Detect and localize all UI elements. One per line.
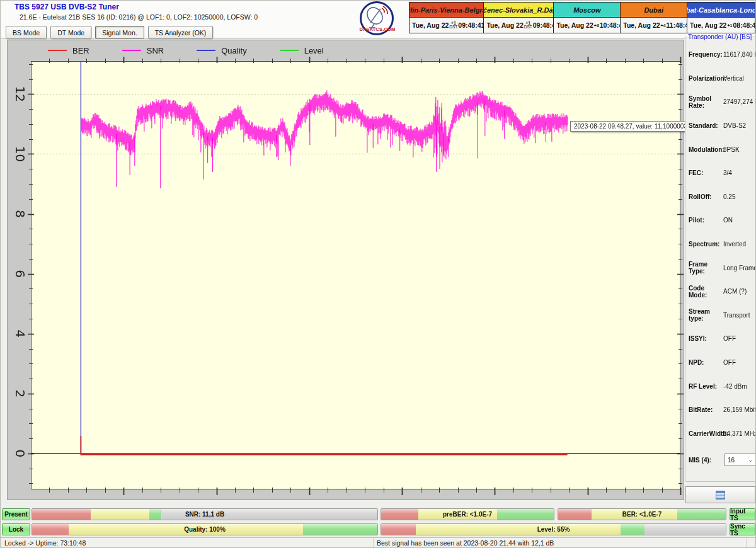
clock-time-4: Tue, Aug 22 +1 08:48:41 bbox=[687, 18, 755, 33]
signal-chart bbox=[8, 40, 684, 499]
clock-time-3: Tue, Aug 22 +4 11:48:41 bbox=[621, 18, 687, 33]
clock-date: Tue, Aug 22 bbox=[690, 21, 726, 29]
row-stream-type: Stream type:Transport bbox=[685, 304, 756, 328]
lock-indicator: Lock bbox=[2, 523, 30, 535]
transponder-panel: Transponder (AU) [BS] Frequency:11617,84… bbox=[685, 33, 756, 482]
row-mis: MIS (4): 16 ⌄ bbox=[685, 450, 756, 469]
clock-lucenec: Lučenec-Slovakia_R.Dávid Tue, Aug 22 +1 … bbox=[484, 3, 554, 33]
world-clocks: Berlin-Paris-Vienna-Belgrade Tue, Aug 22… bbox=[409, 2, 755, 33]
quality-line-swatch bbox=[197, 50, 215, 51]
mis-select[interactable]: 16 ⌄ bbox=[724, 454, 756, 466]
transponder-panel-title: Transponder (AU) [BS] bbox=[687, 33, 753, 40]
input-ts-indicator: Input TS bbox=[730, 508, 755, 520]
row-spectrum: Spectrum:Inverted bbox=[685, 232, 756, 256]
tab-ts-analyzer[interactable]: TS Analyzer (OK) bbox=[148, 26, 214, 39]
row-rolloff: RollOff:0.25 bbox=[685, 185, 756, 209]
tab-signal-mon[interactable]: Signal Mon. bbox=[95, 26, 144, 39]
best-signal-text: Best signal has been seen at 2023-08-20 … bbox=[377, 539, 554, 547]
ber-line-swatch bbox=[48, 50, 67, 51]
clock-offset: +4 bbox=[661, 23, 666, 28]
row-pilot: Pilot:ON bbox=[685, 208, 756, 232]
row-rf-level: RF Level:-42 dBm bbox=[685, 374, 756, 398]
row-carrierwidth: CarrierWidth:34,371 MHz bbox=[685, 422, 756, 446]
clock-time-0: Tue, Aug 22 +1 DST 09:48:41 bbox=[410, 18, 483, 33]
level-bar: Level: 55% bbox=[381, 523, 726, 535]
list-icon bbox=[716, 491, 725, 499]
clock-name-1: Lučenec-Slovakia_R.Dávid bbox=[484, 3, 553, 18]
tab-bar: BS Mode DT Mode Signal Mon. TS Analyzer … bbox=[6, 26, 213, 38]
satellite-dish-icon bbox=[362, 5, 392, 29]
statusbar: Locked -> Uptime: 73:10:48 Best signal h… bbox=[1, 537, 756, 548]
status-bars: Present Lock Input TS Sync TS SNR: 11,1 … bbox=[1, 507, 756, 537]
row-code-mode: Code Mode:ACM (?) bbox=[685, 280, 756, 304]
logo-text: DXSATCS.COM bbox=[357, 26, 398, 32]
clock-dubai: Dubai Tue, Aug 22 +4 11:48:41 bbox=[621, 3, 687, 33]
clock-offset: +3 bbox=[594, 23, 599, 28]
clock-name-0: Berlin-Paris-Vienna-Belgrade bbox=[410, 3, 483, 18]
legend-item-ber: BER bbox=[48, 46, 89, 55]
clock-date: Tue, Aug 22 bbox=[412, 21, 449, 29]
mis-label: MIS (4): bbox=[685, 457, 723, 464]
clock-name-3: Dubai bbox=[621, 3, 687, 18]
sync-ts-indicator: Sync TS bbox=[730, 523, 755, 535]
app-window: TBS 5927 USB DVB-S2 Tuner 21.6E - Eutels… bbox=[0, 0, 756, 548]
row-frame-type: Frame Type:Long Frame bbox=[685, 256, 756, 280]
stream-list-button[interactable] bbox=[685, 486, 755, 503]
statusbar-divider bbox=[373, 539, 374, 548]
clock-time-1: Tue, Aug 22 +1 DST 09:48:41 bbox=[484, 18, 553, 33]
clock-rabat: Rabat-Casablanca-London Tue, Aug 22 +1 0… bbox=[687, 3, 755, 33]
row-npd: NPD:OFF bbox=[685, 351, 756, 375]
clock-hms: 09:48:41 bbox=[458, 21, 484, 29]
tuner-subtitle: 21.6E - Eutelsat 21B SES 16 (ID: 0216) @… bbox=[20, 13, 258, 21]
tab-dt-mode[interactable]: DT Mode bbox=[50, 26, 91, 39]
row-bitrate: BitRate:26,159 Mbit/s bbox=[685, 398, 756, 422]
clock-offset: +1 DST bbox=[449, 21, 457, 30]
clock-date: Tue, Aug 22 bbox=[486, 21, 523, 29]
row-modulation: Modulation:8PSK bbox=[685, 137, 756, 161]
row-fec: FEC:3/4 bbox=[685, 161, 756, 185]
clock-name-2: Moscow bbox=[554, 3, 620, 18]
clock-date: Tue, Aug 22 bbox=[623, 21, 660, 29]
row-polarization: Polarization:Vertical bbox=[685, 67, 756, 91]
quality-bar: Quality: 100% bbox=[32, 523, 378, 535]
row-symbol-rate: Symbol Rate:27497,274 KS/s bbox=[685, 90, 756, 114]
snr-bar: SNR: 11,1 dB bbox=[32, 508, 378, 520]
legend-item-quality: Quality bbox=[197, 46, 246, 55]
legend-item-snr: SNR bbox=[122, 46, 164, 55]
clock-date: Tue, Aug 22 bbox=[556, 21, 593, 29]
chart-legend: BER SNR Quality Level bbox=[48, 40, 324, 60]
preber-bar: preBER: <1.0E-7 bbox=[381, 508, 554, 520]
level-line-swatch bbox=[280, 50, 299, 51]
clock-name-4: Rabat-Casablanca-London bbox=[687, 3, 755, 18]
dxsatcs-logo: DXSATCS.COM bbox=[357, 1, 398, 38]
statusbar-divider bbox=[746, 539, 747, 548]
lock-status-text: Locked -> Uptime: 73:10:48 bbox=[4, 539, 86, 547]
legend-item-level: Level bbox=[280, 46, 324, 55]
tab-bs-mode[interactable]: BS Mode bbox=[6, 26, 47, 39]
ber-bar: BER: <1.0E-7 bbox=[558, 508, 726, 520]
present-indicator: Present bbox=[2, 508, 30, 520]
window-title: TBS 5927 USB DVB-S2 Tuner bbox=[14, 3, 119, 11]
row-frequency: Frequency:11617,840 MHz bbox=[685, 43, 756, 67]
header: TBS 5927 USB DVB-S2 Tuner 21.6E - Eutels… bbox=[1, 1, 756, 38]
transponder-rows: Frequency:11617,840 MHz Polarization:Ver… bbox=[685, 43, 756, 445]
clock-berlin: Berlin-Paris-Vienna-Belgrade Tue, Aug 22… bbox=[410, 3, 484, 33]
snr-line-swatch bbox=[122, 50, 141, 51]
row-issyi: ISSYI:OFF bbox=[685, 327, 756, 351]
signal-chart-panel: BER SNR Quality Level 2023-08-22 09.48.2… bbox=[7, 40, 684, 500]
clock-offset: +1 bbox=[727, 23, 732, 28]
chevron-down-icon: ⌄ bbox=[748, 457, 753, 463]
mis-value: 16 bbox=[728, 457, 735, 464]
clock-moscow: Moscow Tue, Aug 22 +3 10:48:41 bbox=[554, 3, 621, 33]
clock-offset: +1 DST bbox=[524, 21, 532, 30]
clock-time-2: Tue, Aug 22 +3 10:48:41 bbox=[554, 18, 620, 33]
clock-hms: 08:48:41 bbox=[733, 21, 756, 29]
row-standard: Standard:DVB-S2 bbox=[685, 114, 756, 138]
